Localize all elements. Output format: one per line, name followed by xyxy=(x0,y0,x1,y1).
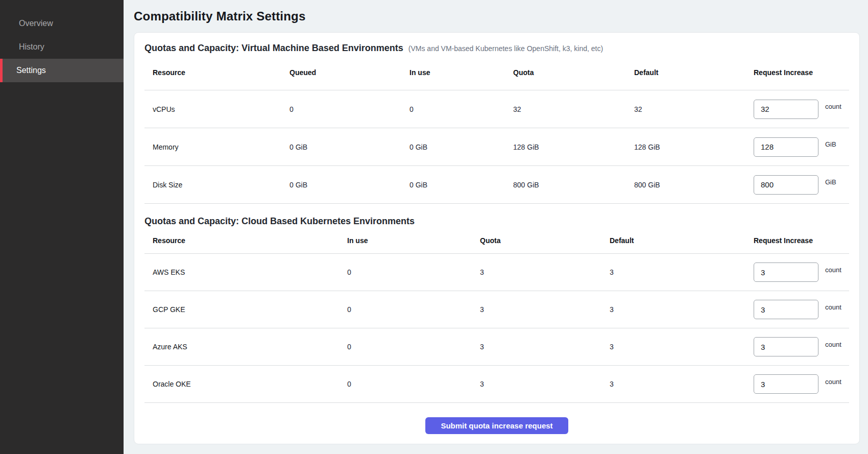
table-row-memory: Memory 0 GiB 0 GiB 128 GiB 128 GiB GiB xyxy=(144,128,849,166)
sidebar-item-history[interactable]: History xyxy=(0,35,124,59)
unit-label: count xyxy=(825,303,841,311)
in-use-value: 0 xyxy=(347,268,480,276)
request-increase-cell: count xyxy=(754,262,850,282)
resource-label: AWS EKS xyxy=(144,268,347,276)
quota-value: 32 xyxy=(513,105,634,113)
column-header-request-increase: Request Increase xyxy=(754,236,850,245)
vm-table-header-row: Resource Queued In use Quota Default Req… xyxy=(144,55,849,90)
request-increase-cell: GiB xyxy=(754,175,850,195)
request-increase-input-vcpus[interactable] xyxy=(754,100,818,119)
unit-label: count xyxy=(825,341,841,348)
request-increase-cell: count xyxy=(754,100,850,119)
cloud-table-header-row: Resource In use Quota Default Request In… xyxy=(144,227,849,254)
resource-label: Memory xyxy=(144,143,290,151)
request-increase-input-disk-size[interactable] xyxy=(754,175,818,195)
request-increase-input-oracle-oke[interactable] xyxy=(754,374,818,394)
table-row-azure-aks: Azure AKS 0 3 3 count xyxy=(144,328,849,366)
quota-value: 3 xyxy=(480,268,610,276)
quota-value: 128 GiB xyxy=(513,143,634,151)
column-header-quota: Quota xyxy=(480,236,610,245)
request-increase-cell: count xyxy=(754,300,850,319)
column-header-in-use: In use xyxy=(347,236,480,245)
table-row-oracle-oke: Oracle OKE 0 3 3 count xyxy=(144,366,849,403)
queued-value: 0 GiB xyxy=(290,143,409,151)
default-value: 3 xyxy=(610,380,754,388)
in-use-value: 0 GiB xyxy=(409,181,513,189)
default-value: 128 GiB xyxy=(634,143,754,151)
unit-label: count xyxy=(825,378,841,386)
table-row-aws-eks: AWS EKS 0 3 3 count xyxy=(144,254,849,291)
column-header-quota: Quota xyxy=(513,68,634,77)
default-value: 3 xyxy=(610,305,754,314)
quota-value: 3 xyxy=(480,380,610,388)
request-increase-cell: count xyxy=(754,337,850,356)
unit-label: GiB xyxy=(825,140,836,148)
cloud-quota-table: Resource In use Quota Default Request In… xyxy=(144,227,849,403)
column-header-request-increase: Request Increase xyxy=(754,68,850,77)
queued-value: 0 GiB xyxy=(290,181,409,189)
vm-section-header: Quotas and Capacity: Virtual Machine Bas… xyxy=(144,42,849,55)
table-row-gcp-gke: GCP GKE 0 3 3 count xyxy=(144,291,849,328)
resource-label: vCPUs xyxy=(144,105,290,113)
in-use-value: 0 GiB xyxy=(409,143,513,151)
in-use-value: 0 xyxy=(347,343,480,351)
column-header-in-use: In use xyxy=(409,68,513,77)
quota-value: 800 GiB xyxy=(513,181,634,189)
submit-row: Submit quota increase request xyxy=(144,417,849,434)
quota-value: 3 xyxy=(480,343,610,351)
default-value: 800 GiB xyxy=(634,181,754,189)
column-header-queued: Queued xyxy=(290,68,409,77)
request-increase-input-memory[interactable] xyxy=(754,137,818,157)
column-header-resource: Resource xyxy=(144,236,347,245)
in-use-value: 0 xyxy=(409,105,513,113)
sidebar: Overview History Settings xyxy=(0,0,124,454)
in-use-value: 0 xyxy=(347,305,480,314)
vm-section-subtitle: (VMs and VM-based Kubernetes like OpenSh… xyxy=(408,42,603,55)
page-title: Compatibility Matrix Settings xyxy=(134,9,306,23)
column-header-default: Default xyxy=(634,68,754,77)
request-increase-cell: GiB xyxy=(754,137,850,157)
cloud-section-header: Quotas and Capacity: Cloud Based Kuberne… xyxy=(144,215,849,227)
request-increase-input-azure-aks[interactable] xyxy=(754,337,818,356)
resource-label: GCP GKE xyxy=(144,305,347,314)
unit-label: GiB xyxy=(825,178,836,186)
cloud-section-title: Quotas and Capacity: Cloud Based Kuberne… xyxy=(144,215,415,227)
request-increase-cell: count xyxy=(754,374,850,394)
sidebar-item-overview[interactable]: Overview xyxy=(0,12,124,35)
sidebar-item-settings[interactable]: Settings xyxy=(0,59,124,82)
resource-label: Azure AKS xyxy=(144,343,347,351)
default-value: 3 xyxy=(610,268,754,276)
default-value: 3 xyxy=(610,343,754,351)
in-use-value: 0 xyxy=(347,380,480,388)
queued-value: 0 xyxy=(290,105,409,113)
table-row-disk-size: Disk Size 0 GiB 0 GiB 800 GiB 800 GiB Gi… xyxy=(144,166,849,204)
vm-section-title: Quotas and Capacity: Virtual Machine Bas… xyxy=(144,42,403,54)
request-increase-input-aws-eks[interactable] xyxy=(754,262,818,282)
default-value: 32 xyxy=(634,105,754,113)
main-content: Compatibility Matrix Settings Quotas and… xyxy=(124,0,868,454)
resource-label: Oracle OKE xyxy=(144,380,347,388)
app-window: Overview History Settings Compatibility … xyxy=(0,0,868,454)
table-row-vcpus: vCPUs 0 0 32 32 count xyxy=(144,90,849,128)
quota-value: 3 xyxy=(480,305,610,314)
vm-quota-table: Resource Queued In use Quota Default Req… xyxy=(144,55,849,204)
quota-settings-card: Quotas and Capacity: Virtual Machine Bas… xyxy=(134,32,860,444)
request-increase-input-gcp-gke[interactable] xyxy=(754,300,818,319)
column-header-default: Default xyxy=(610,236,754,245)
resource-label: Disk Size xyxy=(144,181,290,189)
unit-label: count xyxy=(825,103,841,110)
submit-quota-increase-button[interactable]: Submit quota increase request xyxy=(425,417,568,434)
column-header-resource: Resource xyxy=(144,68,290,77)
unit-label: count xyxy=(825,266,841,274)
